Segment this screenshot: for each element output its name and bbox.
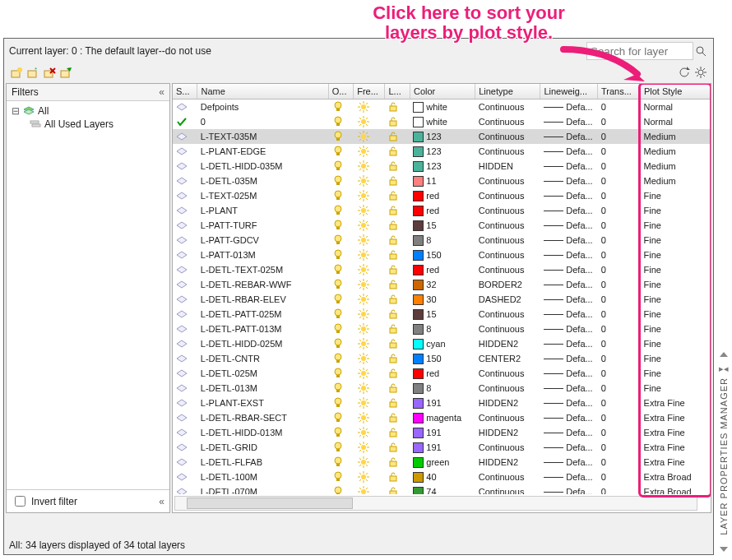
- bulb-on-icon[interactable]: [330, 220, 354, 231]
- sun-freeze-icon[interactable]: [354, 190, 386, 201]
- transparency-cell[interactable]: 0: [598, 383, 641, 393]
- bulb-on-icon[interactable]: [330, 397, 354, 409]
- layer-name[interactable]: L-PATT-GDCV: [197, 235, 330, 245]
- bulb-on-icon[interactable]: [330, 234, 354, 246]
- linetype-cell[interactable]: BORDER2: [475, 280, 541, 289]
- refresh-button[interactable]: [677, 65, 692, 80]
- sun-freeze-icon[interactable]: [354, 160, 386, 172]
- layer-name[interactable]: L-PATT-013M: [197, 250, 330, 260]
- linetype-cell[interactable]: HIDDEN: [475, 161, 541, 171]
- transparency-cell[interactable]: 0: [598, 324, 641, 334]
- linetype-cell[interactable]: Continuous: [475, 102, 541, 112]
- linetype-cell[interactable]: Continuous: [475, 472, 541, 482]
- collapse-filters-icon[interactable]: «: [159, 86, 164, 98]
- table-row[interactable]: L-TEXT-035M123ContinuousDefa...0Medium: [173, 129, 711, 144]
- lock-icon[interactable]: [385, 368, 410, 379]
- layer-name[interactable]: L-DETL-100M: [197, 472, 330, 482]
- bulb-on-icon[interactable]: [330, 456, 354, 468]
- filter-all[interactable]: ⊟ All: [12, 104, 164, 118]
- table-row[interactable]: L-DETL-FLFABgreenHIDDEN2Defa...0Extra Fi…: [173, 455, 711, 470]
- lineweight-cell[interactable]: Defa...: [540, 161, 598, 171]
- color-cell[interactable]: 191: [410, 398, 475, 409]
- color-cell[interactable]: 123: [410, 146, 475, 157]
- sun-freeze-icon[interactable]: [354, 294, 386, 305]
- lineweight-cell[interactable]: Defa...: [540, 487, 598, 494]
- color-cell[interactable]: 191: [410, 442, 475, 453]
- table-row[interactable]: L-DETL-RBAR-ELEV30DASHED2Defa...0Fine: [173, 292, 711, 307]
- plotstyle-cell[interactable]: Fine: [641, 250, 711, 260]
- collapse-down-icon[interactable]: [720, 547, 728, 552]
- plotstyle-cell[interactable]: Fine: [641, 368, 711, 378]
- lock-icon[interactable]: [385, 146, 410, 157]
- color-cell[interactable]: cyan: [410, 339, 475, 349]
- layer-name[interactable]: L-DETL-RBAR-SECT: [197, 413, 330, 423]
- sun-freeze-icon[interactable]: [354, 279, 386, 290]
- bulb-on-icon[interactable]: [330, 442, 354, 453]
- linetype-cell[interactable]: Continuous: [475, 191, 541, 201]
- table-row[interactable]: L-PATT-013M150ContinuousDefa...0Fine: [173, 248, 711, 262]
- sun-freeze-icon[interactable]: [354, 442, 386, 453]
- horizontal-scrollbar[interactable]: [174, 496, 697, 511]
- linetype-cell[interactable]: Continuous: [475, 117, 541, 127]
- transparency-cell[interactable]: 0: [598, 487, 641, 494]
- color-cell[interactable]: 74: [410, 487, 475, 495]
- linetype-cell[interactable]: Continuous: [475, 265, 541, 275]
- color-cell[interactable]: 40: [410, 472, 475, 483]
- table-row[interactable]: L-TEXT-025MredContinuousDefa...0Fine: [173, 188, 711, 203]
- lineweight-cell[interactable]: Defa...: [540, 354, 598, 363]
- search-icon[interactable]: [693, 44, 708, 58]
- lock-icon[interactable]: [385, 308, 410, 320]
- sun-freeze-icon[interactable]: [354, 205, 386, 216]
- plotstyle-cell[interactable]: Extra Fine: [641, 413, 711, 423]
- col-name[interactable]: Name: [197, 84, 328, 99]
- plotstyle-cell[interactable]: Medium: [641, 132, 711, 141]
- panel-handle-icon[interactable]: ▸◂: [719, 363, 729, 374]
- col-lock[interactable]: L...: [385, 84, 410, 99]
- bulb-on-icon[interactable]: [330, 101, 354, 113]
- table-row[interactable]: L-DETL-013M8ContinuousDefa...0Fine: [173, 381, 711, 396]
- bulb-on-icon[interactable]: [330, 175, 354, 187]
- lineweight-cell[interactable]: Defa...: [540, 206, 598, 215]
- lineweight-cell[interactable]: Defa...: [540, 280, 598, 289]
- table-row[interactable]: DefpointswhiteContinuousDefa...0Normal: [173, 100, 711, 114]
- bulb-on-icon[interactable]: [330, 471, 354, 483]
- plotstyle-cell[interactable]: Extra Broad: [641, 487, 711, 494]
- lock-icon[interactable]: [385, 131, 410, 142]
- lineweight-cell[interactable]: Defa...: [540, 472, 598, 482]
- color-cell[interactable]: 150: [410, 250, 475, 261]
- layer-name[interactable]: L-DETL-CNTR: [197, 354, 330, 363]
- layer-name[interactable]: L-PLANT-EDGE: [197, 146, 330, 156]
- lock-icon[interactable]: [385, 101, 410, 113]
- sun-freeze-icon[interactable]: [354, 353, 386, 364]
- layer-name[interactable]: 0: [197, 117, 330, 127]
- plotstyle-cell[interactable]: Extra Fine: [641, 457, 711, 467]
- linetype-cell[interactable]: DASHED2: [475, 294, 541, 304]
- sun-freeze-icon[interactable]: [354, 175, 386, 187]
- bulb-on-icon[interactable]: [330, 205, 354, 216]
- sun-freeze-icon[interactable]: [354, 412, 386, 423]
- plotstyle-cell[interactable]: Fine: [641, 339, 711, 349]
- bulb-on-icon[interactable]: [330, 338, 354, 349]
- bulb-on-icon[interactable]: [330, 382, 354, 394]
- transparency-cell[interactable]: 0: [598, 309, 641, 319]
- transparency-cell[interactable]: 0: [598, 472, 641, 482]
- sun-freeze-icon[interactable]: [354, 264, 386, 275]
- table-row[interactable]: L-DETL-HIDD-013M191HIDDEN2Defa...0Extra …: [173, 425, 711, 440]
- color-cell[interactable]: 15: [410, 220, 475, 231]
- col-color[interactable]: Color: [410, 84, 475, 99]
- table-row[interactable]: L-DETL-HIDD-025McyanHIDDEN2Defa...0Fine: [173, 336, 711, 351]
- linetype-cell[interactable]: HIDDEN2: [475, 457, 541, 467]
- color-cell[interactable]: green: [410, 457, 475, 468]
- lineweight-cell[interactable]: Defa...: [540, 117, 598, 127]
- table-row[interactable]: L-DETL-PATT-025M15ContinuousDefa...0Fine: [173, 307, 711, 322]
- linetype-cell[interactable]: Continuous: [475, 132, 541, 141]
- table-row[interactable]: L-DETL-100M40ContinuousDefa...0Extra Bro…: [173, 470, 711, 484]
- linetype-cell[interactable]: HIDDEN2: [475, 339, 541, 349]
- lock-icon[interactable]: [385, 382, 410, 394]
- table-row[interactable]: L-DETL-PATT-013M8ContinuousDefa...0Fine: [173, 322, 711, 336]
- transparency-cell[interactable]: 0: [598, 398, 641, 408]
- layer-name[interactable]: L-DETL-FLFAB: [197, 457, 330, 467]
- linetype-cell[interactable]: HIDDEN2: [475, 428, 541, 437]
- plotstyle-cell[interactable]: Extra Fine: [641, 442, 711, 452]
- sun-freeze-icon[interactable]: [354, 382, 386, 394]
